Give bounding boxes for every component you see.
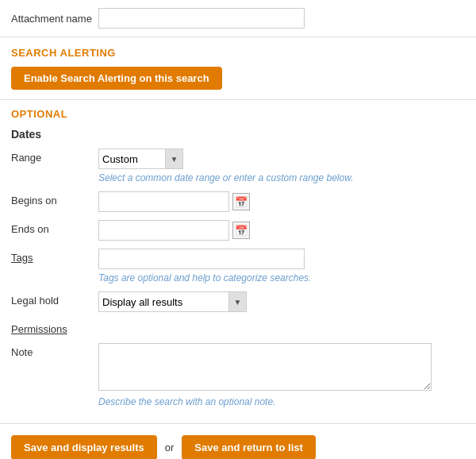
search-alerting-section: SEARCH ALERTING Enable Search Alerting o… [0,37,476,100]
ends-on-label: Ends on [11,220,98,235]
attachment-label: Attachment name [11,13,98,25]
footer-section: Save and display results or Save and ret… [0,424,476,459]
dates-subtitle: Dates [11,128,465,141]
legal-hold-select-wrap: Display all results Legal hold only Non-… [98,291,465,312]
save-display-button[interactable]: Save and display results [11,435,157,459]
note-hint: Describe the search with an optional not… [98,396,465,407]
optional-title: OPTIONAL [11,108,465,120]
tags-input[interactable] [98,249,305,269]
legal-hold-label: Legal hold [11,291,98,307]
optional-section: OPTIONAL Dates Range Custom Last 7 days … [0,100,476,424]
tags-label[interactable]: Tags [11,249,98,264]
note-label: Note [11,343,98,358]
legal-hold-select-arrow[interactable]: ▼ [229,291,247,312]
legal-hold-wrap: Display all results Legal hold only Non-… [98,291,465,312]
range-select-wrap: Custom Last 7 days Last 30 days Last 90 … [98,148,465,169]
begins-on-input[interactable] [98,191,229,212]
ends-on-input[interactable] [98,220,229,241]
ends-on-input-wrap: 📅 [98,220,465,241]
begins-on-row: Begins on 📅 [11,191,465,212]
legal-hold-select[interactable]: Display all results Legal hold only Non-… [98,291,229,312]
begins-on-calendar-icon[interactable]: 📅 [232,193,250,210]
permissions-row: Permissions [11,320,465,335]
note-textarea[interactable] [98,343,432,391]
begins-on-label: Begins on [11,191,98,206]
tags-control-wrap: Tags are optional and help to categorize… [98,249,465,284]
range-control-wrap: Custom Last 7 days Last 30 days Last 90 … [98,148,465,183]
ends-on-row: Ends on 📅 [11,220,465,241]
range-row: Range Custom Last 7 days Last 30 days La… [11,148,465,183]
ends-on-calendar-icon[interactable]: 📅 [232,222,250,239]
search-alerting-title: SEARCH ALERTING [11,47,465,59]
range-select-arrow[interactable]: ▼ [166,148,183,169]
begins-on-input-wrap: 📅 [98,191,465,212]
range-hint: Select a common date range or enter a cu… [98,172,465,183]
attachment-name-input[interactable] [98,8,305,29]
tags-hint: Tags are optional and help to categorize… [98,272,465,284]
note-wrap: Describe the search with an optional not… [98,343,465,407]
ends-on-wrap: 📅 [98,220,465,241]
begins-on-wrap: 📅 [98,191,465,212]
note-row: Note Describe the search with an optiona… [11,343,465,407]
tags-row: Tags Tags are optional and help to categ… [11,249,465,284]
or-text: or [165,442,175,453]
range-label: Range [11,148,98,164]
range-select[interactable]: Custom Last 7 days Last 30 days Last 90 … [98,148,166,169]
permissions-label[interactable]: Permissions [11,320,98,335]
legal-hold-row: Legal hold Display all results Legal hol… [11,291,465,312]
enable-alerting-button[interactable]: Enable Search Alerting on this search [11,67,222,90]
attachment-row: Attachment name [0,0,476,37]
save-return-button[interactable]: Save and return to list [182,435,316,459]
